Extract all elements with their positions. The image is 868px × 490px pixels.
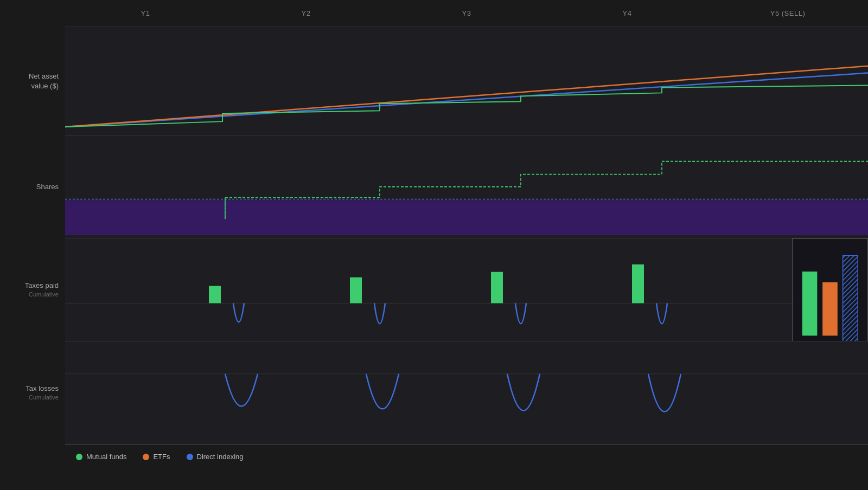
- losses-sub-label: Cumulative: [25, 394, 59, 401]
- taxes-chart-panel: [65, 238, 868, 341]
- legend-bar: Mutual funds ETFs Direct indexing: [65, 444, 868, 468]
- tax-losses-chart-panel: [65, 341, 868, 444]
- shares-label-text: Shares: [36, 183, 59, 192]
- svg-rect-4: [65, 200, 868, 235]
- legend-mutual-funds: Mutual funds: [76, 453, 126, 461]
- taxes-chart-svg: [65, 238, 868, 341]
- etfs-dot: [143, 454, 149, 460]
- legend-direct-indexing: Direct indexing: [187, 453, 244, 461]
- direct-indexing-label: Direct indexing: [197, 453, 244, 461]
- shares-chart-svg: [65, 136, 868, 238]
- shares-chart-panel: [65, 136, 868, 238]
- label-legend: [0, 444, 65, 468]
- etfs-label: ETFs: [153, 453, 170, 461]
- labels-column: Net assetvalue ($) Shares Taxes paid Cum…: [0, 0, 65, 490]
- svg-rect-18: [65, 341, 868, 444]
- charts-column: Y1 Y2 Y3 Y4 Y5 (SELL): [65, 0, 868, 490]
- tax-losses-chart-svg: [65, 341, 868, 444]
- svg-rect-11: [491, 272, 503, 304]
- legend-etfs: ETFs: [143, 453, 170, 461]
- year-y1: Y1: [65, 9, 226, 17]
- year-y2: Y2: [226, 9, 386, 17]
- svg-rect-10: [350, 278, 362, 304]
- nav-chart-svg: [65, 27, 868, 135]
- year-y4: Y4: [547, 9, 707, 17]
- svg-rect-12: [632, 265, 644, 304]
- direct-indexing-dot: [187, 454, 193, 460]
- year-y3: Y3: [386, 9, 547, 17]
- nav-chart-panel: [65, 27, 868, 136]
- main-container: Net assetvalue ($) Shares Taxes paid Cum…: [0, 0, 868, 490]
- year-header: Y1 Y2 Y3 Y4 Y5 (SELL): [65, 0, 868, 27]
- mutual-funds-dot: [76, 454, 82, 460]
- losses-label-text: Tax losses: [25, 384, 59, 394]
- label-losses: Tax losses Cumulative: [0, 341, 65, 444]
- nav-label-text: Net assetvalue ($): [29, 72, 59, 91]
- mutual-funds-label: Mutual funds: [86, 453, 126, 461]
- label-shares: Shares: [0, 136, 65, 238]
- svg-rect-9: [209, 286, 221, 304]
- label-taxes: Taxes paid Cumulative: [0, 238, 65, 341]
- svg-rect-7: [65, 238, 868, 341]
- taxes-label-text: Taxes paid: [25, 281, 59, 291]
- taxes-sub-label: Cumulative: [25, 291, 59, 298]
- label-year-header: [0, 0, 65, 27]
- year-y5: Y5 (SELL): [707, 9, 868, 17]
- label-nav: Net assetvalue ($): [0, 27, 65, 136]
